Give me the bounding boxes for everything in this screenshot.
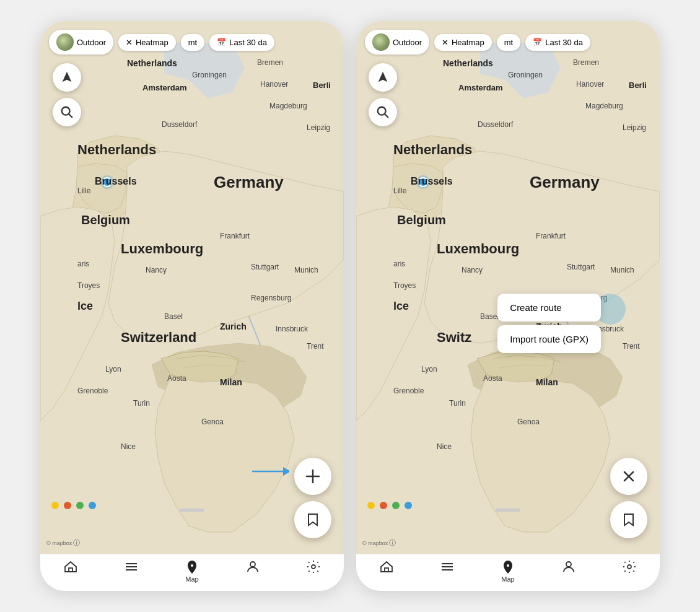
dot-blue-right [405,502,412,509]
label-dusseldorf: Dusseldorf [162,120,197,129]
label-stuttgart: Stuttgart [251,263,279,271]
calendar-icon-left: 📅 [217,38,226,46]
x-icon-right: ✕ [442,38,448,47]
label-brussels: Brussels [95,176,137,187]
navigation-icon-left [60,71,74,84]
chip-last30-label-left: Last 30 da [229,38,267,47]
nav-map-left[interactable]: Map [177,559,208,583]
label-aosta: Aosta [167,374,186,383]
search-button-right[interactable] [369,98,397,126]
profile-icon-right [561,559,576,574]
label-regensburg: Regensburg [251,294,291,302]
globe-icon-left [56,33,74,51]
chip-heatmap-left[interactable]: ✕ Heatmap [118,34,176,51]
search-icon-left [60,105,74,119]
list-icon-left [124,559,139,574]
chip-outdoor-label-left: Outdoor [77,38,106,47]
context-menu-right: Create route Import route (GPX) [497,294,601,353]
fab-bookmark-button-left[interactable] [294,501,331,538]
label-lce: lce [77,300,93,313]
label-lille-r: Lille [393,186,406,195]
nav-map-label-right: Map [501,575,514,583]
x-icon-left: ✕ [126,38,133,47]
label-netherlands: Netherlands [127,58,177,68]
phone-left: Netherlands Groningen Bremen Amsterdam H… [40,21,344,591]
nav-settings-right[interactable] [614,559,645,574]
label-zurich: Zurich [220,321,247,331]
fab-close-button-right[interactable] [610,458,647,495]
label-lille: Lille [77,186,90,195]
label-magdeburg: Magdeburg [269,102,307,110]
nav-profile-right[interactable] [553,559,584,574]
label-stuttgart-r: Stuttgart [567,263,595,271]
chip-outdoor-left[interactable]: Outdoor [49,30,113,55]
mapbox-logo-right: © mapbox [362,540,388,546]
label-munich: Munich [294,266,318,274]
label-trent-r: Trent [623,342,640,351]
label-frankfurt-r: Frankfurt [536,232,566,240]
label-milan: Milan [220,377,242,387]
calendar-icon-right: 📅 [533,38,542,46]
home-icon-right [379,559,394,574]
nav-map-right[interactable]: Map [492,559,523,583]
label-milan-r: Milan [536,377,558,387]
svg-point-14 [312,565,315,569]
label-luxembourg-r: Luxembourg [437,241,519,257]
color-dots-right [367,502,412,509]
import-route-button[interactable]: Import route (GPX) [497,325,601,353]
mapbox-logo-left: © mapbox [46,540,72,546]
nav-list-left[interactable] [116,559,147,574]
label-magdeburg-r: Magdeburg [585,102,623,110]
chip-heatmap-label-left: Heatmap [136,38,168,47]
label-troyes-r: Troyes [393,281,416,290]
location-button-right[interactable] [369,63,397,92]
label-leipzig-r: Leipzig [623,123,646,132]
svg-rect-7 [69,568,72,572]
nav-profile-left[interactable] [237,559,268,574]
create-route-button[interactable]: Create route [497,294,601,321]
location-button-left[interactable] [53,63,81,92]
nav-home-right[interactable] [371,559,402,574]
search-button-left[interactable] [53,98,81,126]
label-luxembourg: Luxembourg [121,241,203,257]
chip-heatmap-right[interactable]: ✕ Heatmap [434,34,492,51]
label-paris: aris [77,260,89,268]
chip-last30-label-right: Last 30 da [545,38,583,47]
nav-home-left[interactable] [55,559,86,574]
svg-point-27 [628,565,631,569]
nav-settings-left[interactable] [298,559,329,574]
chip-mt-right[interactable]: mt [497,34,520,51]
chip-last30-left[interactable]: 📅 Last 30 da [209,34,274,51]
label-trent: Trent [307,342,324,351]
svg-point-13 [250,562,255,567]
label-bremen: Bremen [257,58,283,67]
label-germany: Germany [214,173,284,192]
label-groningen-r: Groningen [508,71,543,79]
chip-mt-left[interactable]: mt [181,34,204,51]
dot-yellow-left [51,502,59,509]
svg-point-26 [566,562,571,567]
phone-right: Netherlands Groningen Bremen Amsterdam H… [356,21,660,591]
fab-bookmark-button-right[interactable] [610,501,647,538]
dot-orange-right [380,502,387,509]
label-paris-r: aris [393,260,405,268]
bottom-nav-left: Map [40,554,344,591]
label-switzerland: Switzerland [121,330,196,346]
svg-line-17 [385,114,388,118]
label-grenoble: Grenoble [77,387,108,395]
label-netherlands2-r: Netherlands [393,142,472,158]
label-belgium-r: Belgium [397,213,446,227]
label-frankfurt: Frankfurt [220,232,250,240]
svg-point-12 [191,564,193,567]
mapbox-attribution-left: © mapbox ⓘ [46,538,80,548]
nav-list-right[interactable] [432,559,463,574]
label-hanover-r: Hanover [576,80,604,89]
dot-orange-left [64,502,71,509]
label-grenoble-r: Grenoble [393,387,424,395]
chip-outdoor-right[interactable]: Outdoor [365,30,429,55]
label-nice-r: Nice [437,442,452,451]
dot-green-right [392,502,400,509]
fab-add-button-left[interactable] [294,458,331,495]
chip-last30-right[interactable]: 📅 Last 30 da [525,34,590,51]
map-pin-icon-right [501,559,515,574]
